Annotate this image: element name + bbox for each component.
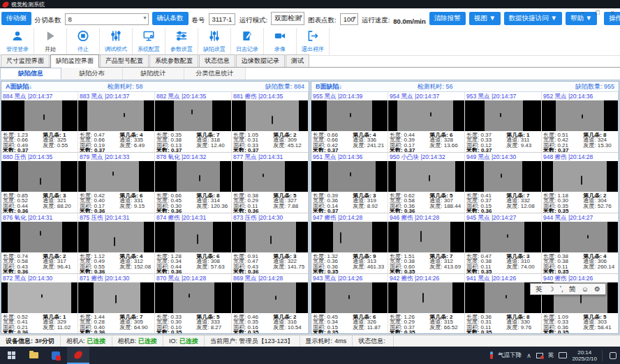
defect-cell[interactable]: 943 黑点 |20:14:26长度: 0.45宽度: 0.34面积: 0.15…: [311, 274, 388, 333]
ime-punctuation-icon[interactable]: ’,: [560, 285, 563, 293]
active-app-button[interactable]: [67, 347, 89, 364]
ime-lang-button[interactable]: 英: [536, 285, 542, 294]
toolbar-button-sliders-h[interactable]: 参数设置: [165, 28, 198, 55]
toolbar-button-tune[interactable]: 调试模式: [100, 28, 133, 55]
toolbar-button-log[interactable]: 日志记录: [231, 28, 264, 55]
ime-fullhalf-moon-icon[interactable]: ☽: [548, 285, 554, 293]
metric-length: 长度: 0.66: [156, 193, 196, 198]
chart-points-select[interactable]: 100: [340, 13, 358, 25]
defect-cell[interactable]: 872 黑点 |20:14:30长度: 0.52宽度: 0.41面积: 0.21…: [1, 274, 78, 333]
defect-mark: [581, 176, 582, 185]
tab-6[interactable]: 测试: [286, 54, 309, 67]
maximize-button[interactable]: □: [596, 9, 599, 16]
metric-channel: 通道: 333: [196, 319, 230, 324]
defect-cell[interactable]: 953 黑点 |20:14:37长度: 0.37宽度: 0.33面积: 0.12…: [465, 92, 542, 153]
defect-cell[interactable]: 881 擦伤 |20:14:35长度: 1.05宽度: 0.31面积: 0.33…: [232, 92, 309, 153]
defect-cell[interactable]: 884 黑点 |20:14:37长度: 1.23宽度: 0.66面积: 0.49…: [1, 92, 78, 153]
ime-emoji-icon[interactable]: ☺: [582, 285, 589, 293]
toolbar-button-sliders-v[interactable]: 缺陷设置: [198, 28, 231, 55]
clear-alarm-button[interactable]: 清除报警: [429, 12, 466, 25]
metric-strip: 第几条: 6: [196, 254, 230, 259]
toolbar-button-user[interactable]: 管理登录: [1, 28, 34, 55]
defect-cell[interactable]: 950 小凸块 |20:14:32长度: 0.62宽度: 0.58面积: 0.3…: [388, 153, 465, 213]
tab-5[interactable]: 边缘数据记录: [236, 54, 285, 67]
metric-channel: 通道: 321: [43, 198, 77, 203]
defect-metrics: 长度: 0.38宽度: 0.38面积: 0.11米数: 0.35第几条: 4通道…: [542, 252, 618, 274]
subtab-2[interactable]: 缺陷统计: [123, 68, 184, 79]
defect-cell-label: 873 压伤 |20:14:30: [232, 213, 308, 222]
tray-chevron-icon[interactable]: ∧: [526, 352, 531, 359]
defect-cell[interactable]: 946 擦伤 |20:14:28长度: 1.51宽度: 0.38面积: 0.60…: [388, 213, 465, 274]
drive-side-button[interactable]: 传动侧: [1, 12, 31, 25]
defect-cell[interactable]: 945 黑点 |20:14:27长度: 0.47宽度: 0.38面积: 0.11…: [465, 213, 542, 274]
defect-cell[interactable]: 875 压伤 |20:14:31长度: 1.12宽度: 0.49面积: 0.55…: [78, 213, 155, 274]
toolbar-button-play[interactable]: 开始: [34, 28, 67, 55]
defect-cell[interactable]: 869 黑点 |20:14:28长度: 0.46宽度: 0.35面积: 0.16…: [232, 274, 309, 333]
defect-cell[interactable]: 878 氧化 |20:14:32长度: 0.66宽度: 0.45面积: 0.30…: [155, 153, 232, 213]
defect-cell[interactable]: 952 黑点 |20:14:36长度: 0.51宽度: 0.42面积: 0.21…: [542, 92, 619, 153]
defect-cell[interactable]: 948 擦伤 |20:14:28长度: 1.18宽度: 0.30面积: 0.35…: [542, 153, 619, 213]
defect-cell[interactable]: 942 擦伤 |20:14:26长度: 1.26宽度: 0.29面积: 0.37…: [388, 274, 465, 333]
defect-cell[interactable]: 951 黑点 |20:14:36长度: 0.39宽度: 0.36面积: 0.14…: [311, 153, 388, 213]
defect-cell[interactable]: 874 擦伤 |20:14:31长度: 1.28宽度: 0.34面积: 0.44…: [155, 213, 232, 274]
defect-cell[interactable]: 882 黑点 |20:14:35长度: 0.35宽度: 0.38面积: 0.13…: [155, 92, 232, 153]
defect-thumbnail: [78, 222, 154, 252]
roll-number-input[interactable]: 3117-1: [209, 13, 236, 25]
tab-2[interactable]: 产品型号配置: [100, 54, 149, 67]
defect-cell[interactable]: 944 黑点 |20:14:27长度: 0.38宽度: 0.38面积: 0.11…: [542, 213, 619, 274]
toolbar-button-camera[interactable]: 录像: [264, 28, 297, 55]
defect-cell[interactable]: 954 黑点 |20:14:37长度: 0.44宽度: 0.39面积: 0.17…: [388, 92, 465, 153]
metric-length: 长度: 0.91: [233, 254, 273, 259]
metric-gray: 灰度: 74.00: [506, 264, 540, 269]
metric-meter: 米数: 0.35: [466, 330, 506, 333]
pinned-app-button[interactable]: [45, 347, 67, 364]
defect-cell[interactable]: 870 黑点 |20:14:28长度: 0.33宽度: 0.30面积: 0.10…: [155, 274, 232, 333]
quick-access-menu-button[interactable]: 数据快捷访问 ▼: [504, 12, 562, 25]
defect-cell[interactable]: 880 压伤 |20:14:35长度: 0.85宽度: 0.52面积: 0.44…: [1, 153, 78, 213]
defect-mark: [340, 232, 341, 243]
taskbar-clock[interactable]: 20:14 2025/2/10: [572, 349, 597, 362]
subtab-3[interactable]: 分类信息统计: [184, 68, 246, 79]
language-indicator[interactable]: 英: [548, 351, 554, 360]
keyboard-icon[interactable]: [559, 352, 567, 358]
subtab-1[interactable]: 缺陷分布: [61, 68, 123, 79]
defect-thumbnail: [388, 282, 464, 313]
confirm-count-button[interactable]: 确认条数: [152, 12, 189, 25]
subtab-0[interactable]: 缺陷信息: [0, 68, 61, 79]
tab-1[interactable]: 缺陷监控界面: [50, 54, 99, 68]
slit-count-select[interactable]: 8: [65, 13, 149, 25]
toolbar-button-monitor[interactable]: 系统配置: [133, 28, 165, 55]
toolbar-button-exit[interactable]: 退出程序: [297, 28, 330, 55]
defect-cell[interactable]: 879 黑点 |20:14:33长度: 0.42宽度: 0.40面积: 0.17…: [78, 153, 155, 213]
view-menu-button[interactable]: 视图 ▼: [469, 12, 501, 25]
tab-3[interactable]: 系统参数配置: [149, 54, 198, 67]
minimize-button[interactable]: –: [581, 9, 584, 16]
weather-text[interactable]: 气温下降: [498, 351, 522, 360]
ime-settings-gear-icon[interactable]: ⚙: [594, 285, 600, 293]
toolbar-button-stop[interactable]: 停止: [67, 28, 100, 55]
status-label: 当前用户:: [210, 337, 237, 346]
ime-simplified-button[interactable]: 简: [569, 285, 576, 294]
tune-icon: [110, 30, 122, 45]
file-explorer-button[interactable]: [22, 347, 45, 364]
tab-4[interactable]: 状态信息: [199, 54, 235, 67]
defect-cell[interactable]: 947 擦伤 |20:14:28长度: 1.32宽度: 0.36面积: 0.36…: [311, 213, 388, 274]
defect-thumbnail: [78, 100, 154, 131]
defect-cell[interactable]: 873 压伤 |20:14:30长度: 0.91宽度: 0.47面积: 0.43…: [232, 213, 309, 274]
defect-cell[interactable]: 877 黑点 |20:14:31长度: 0.38宽度: 0.29面积: 0.11…: [232, 153, 309, 213]
notification-icon[interactable]: [610, 352, 617, 359]
defect-panel-a: A面缺陷↓检测耗时: 58缺陷数量: 884884 黑点 |20:14:37长度…: [1, 81, 309, 334]
sound-alert-icon[interactable]: [536, 353, 543, 358]
close-button[interactable]: ×: [611, 9, 614, 16]
defect-mark: [124, 113, 125, 117]
defect-cell[interactable]: 876 氧化 |20:14:31长度: 0.74宽度: 0.58面积: 0.43…: [1, 213, 78, 274]
defect-thumbnail: [78, 161, 154, 192]
defect-cell-label: 954 黑点 |20:14:37: [388, 92, 464, 100]
defect-cell[interactable]: 883 黑点 |20:14:37长度: 0.47宽度: 0.66面积: 0.19…: [78, 92, 155, 153]
defect-cell[interactable]: 955 黑点 |20:14:39长度: 0.66宽度: 0.66面积: 0.42…: [311, 92, 388, 153]
run-mode-select[interactable]: 双面检测: [271, 12, 304, 25]
tab-0[interactable]: 尺寸监控界面: [1, 54, 50, 67]
defect-cell[interactable]: 871 擦伤 |20:14:30长度: 1.44宽度: 0.28面积: 0.40…: [78, 274, 155, 333]
defect-cell[interactable]: 949 黑点 |20:14:30长度: 0.41宽度: 0.37面积: 0.15…: [465, 153, 542, 213]
start-button[interactable]: [0, 347, 22, 364]
